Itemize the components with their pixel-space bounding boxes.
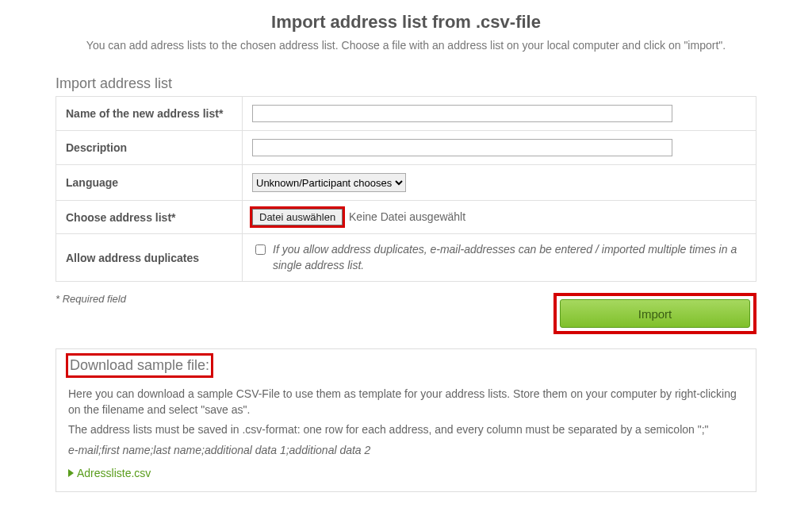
- page-title: Import address list from .csv-file: [56, 12, 756, 33]
- sample-paragraph-2: The address lists must be saved in .csv-…: [68, 422, 744, 438]
- sample-format-line: e-mail;first name;last name;additional d…: [68, 443, 744, 459]
- label-language: Language: [56, 165, 243, 201]
- sample-file-panel: Download sample file: Here you can downl…: [56, 348, 756, 491]
- play-icon: [68, 469, 74, 477]
- language-select[interactable]: Unknown/Participant chooses: [252, 173, 406, 192]
- sample-file-link[interactable]: Adressliste.csv: [68, 467, 744, 479]
- import-button-highlight: Import: [553, 293, 756, 334]
- duplicates-checkbox[interactable]: [255, 244, 266, 255]
- choose-file-button[interactable]: Datei auswählen: [252, 209, 343, 225]
- required-field-note: * Required field: [56, 293, 126, 305]
- description-input[interactable]: [252, 139, 672, 156]
- sample-paragraph-1: Here you can download a sample CSV-File …: [68, 387, 744, 418]
- label-file: Choose address list*: [56, 201, 243, 234]
- label-name: Name of the new address list*: [56, 97, 243, 131]
- page-subtitle: You can add adress lists to the chosen a…: [56, 39, 756, 52]
- label-description: Description: [56, 131, 243, 165]
- import-button[interactable]: Import: [560, 299, 750, 328]
- no-file-text: Keine Datei ausgewählt: [349, 210, 465, 223]
- import-form-table: Name of the new address list* Descriptio…: [56, 96, 756, 282]
- label-duplicates: Allow address duplicates: [56, 234, 243, 282]
- sample-file-title: Download sample file:: [68, 356, 211, 375]
- duplicates-hint: If you allow address duplicates, e-mail-…: [273, 242, 746, 273]
- name-input[interactable]: [252, 105, 672, 122]
- sample-file-name: Adressliste.csv: [77, 467, 151, 479]
- form-section-label: Import address list: [56, 75, 756, 92]
